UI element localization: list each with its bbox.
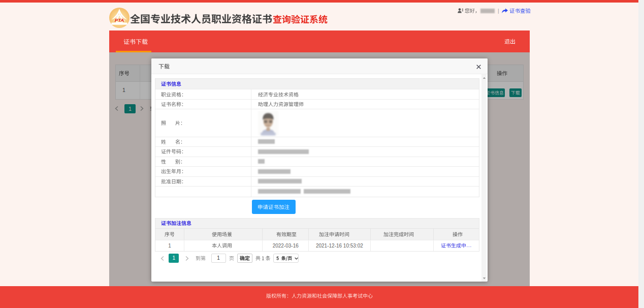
svg-text:PTA: PTA [115,17,124,23]
